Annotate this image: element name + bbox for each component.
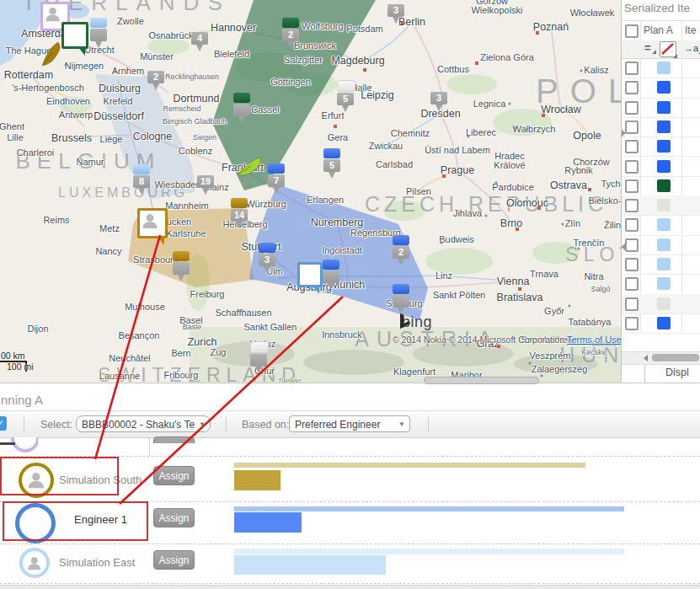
row-checkbox[interactable] — [625, 258, 639, 271]
serialized-item-row[interactable] — [622, 137, 700, 157]
map-pin-cluster[interactable]: 3 — [430, 92, 447, 111]
assign-button[interactable]: Assign — [153, 508, 195, 527]
terms-of-use-link[interactable]: Terms of Use — [567, 335, 621, 345]
row-checkbox[interactable] — [625, 101, 639, 115]
plan-color-swatch — [657, 81, 671, 94]
planning-panel-title: nning A — [1, 393, 43, 407]
map-city-label: Potsdam — [346, 24, 382, 34]
map-city-label: Leipzig — [361, 89, 394, 101]
pin-tail — [393, 17, 399, 24]
row-checkbox[interactable] — [625, 81, 639, 94]
map-pin-lightblue[interactable]: 8 — [133, 164, 150, 195]
splitter-right-arrow-icon[interactable] — [621, 129, 626, 137]
map-pin-gold[interactable]: 14 — [231, 198, 248, 228]
pin-count: 5 — [337, 93, 354, 105]
pin-cap — [173, 251, 190, 261]
toolbar-blue-icon[interactable]: ✓ — [0, 416, 7, 431]
pin-count: 2 — [393, 246, 409, 259]
filter-color-icon[interactable] — [660, 41, 676, 57]
serialized-item-row[interactable] — [622, 98, 700, 118]
filter-goto-icon[interactable]: →a — [684, 43, 698, 53]
map-pin-lightblue[interactable] — [90, 18, 107, 48]
serialized-item-row[interactable] — [622, 58, 700, 78]
map-pin-blue[interactable] — [393, 284, 409, 314]
map-city-dot — [65, 64, 67, 67]
map-pin-blue[interactable] — [323, 260, 339, 290]
map-pin-white[interactable]: 5 — [337, 80, 355, 112]
map-city-label: Cologne — [133, 131, 173, 142]
pin-tail — [202, 188, 209, 195]
row-checkbox[interactable] — [625, 277, 639, 291]
map-pin-gold[interactable] — [173, 251, 190, 281]
map-pin-cluster[interactable]: 19 — [197, 175, 214, 195]
person-icon — [43, 4, 62, 24]
row-checkbox[interactable] — [625, 317, 639, 330]
map-pin-white[interactable] — [250, 341, 269, 373]
serialized-item-row[interactable] — [622, 254, 700, 275]
territory-select-dropdown[interactable]: BBBB00002 - Shaku's Te ▼ — [76, 415, 211, 432]
row-checkbox[interactable] — [625, 238, 639, 252]
assign-button[interactable]: Assign — [153, 466, 195, 485]
serialized-item-row[interactable] — [622, 78, 700, 98]
serialized-item-row[interactable] — [622, 294, 700, 314]
column-header-item[interactable]: Ite — [685, 24, 696, 36]
map-pin-blue[interactable]: 5 — [323, 148, 340, 179]
map-city-label: Schaffhausen — [215, 308, 271, 318]
map-canvas[interactable]: THERLANDSBELGIUMLUXEMBOURGCZECH REPUBLIC… — [0, 0, 621, 383]
gantt-booking-bar[interactable] — [234, 512, 302, 533]
assign-button[interactable] — [153, 436, 195, 443]
map-city-label: Sankt Pölten — [433, 290, 485, 300]
panel-hscrollbar[interactable] — [622, 351, 700, 365]
map-pin-blue[interactable]: 7 — [268, 163, 285, 194]
map-pin-blue[interactable]: 2 — [393, 235, 409, 265]
serialized-item-row[interactable] — [622, 117, 700, 137]
quill-marker-icon[interactable] — [40, 40, 63, 67]
gantt-booking-bar[interactable] — [234, 555, 386, 575]
chevron-down-icon: ▼ — [398, 416, 405, 433]
gantt-booking-bar[interactable] — [234, 470, 281, 490]
pin-count: 2 — [147, 71, 164, 83]
row-checkbox[interactable] — [625, 179, 639, 193]
serialized-item-row[interactable] — [622, 176, 700, 196]
serialized-item-row[interactable] — [622, 235, 700, 255]
based-on-dropdown[interactable]: Preferred Engineer ▼ — [289, 415, 410, 432]
map-city-label: Charleroi — [17, 147, 55, 158]
map-pin-green[interactable] — [233, 93, 250, 123]
assign-button[interactable]: Assign — [153, 550, 195, 570]
map-pin-green[interactable]: 2 — [282, 18, 299, 48]
scroll-left-arrow-icon[interactable] — [644, 355, 648, 361]
row-checkbox[interactable] — [625, 160, 639, 174]
selected-marker-blue[interactable] — [297, 262, 323, 287]
map-city-label: Kalisz — [584, 65, 608, 75]
row-checkbox[interactable] — [625, 140, 639, 153]
map-hscrollbar-thumb[interactable] — [424, 377, 539, 384]
serialized-item-row[interactable] — [622, 274, 700, 294]
splitter-left-arrow-icon[interactable] — [621, 243, 626, 251]
serialized-item-row[interactable] — [622, 313, 700, 334]
selected-marker-green[interactable] — [61, 22, 88, 49]
serialized-item-row[interactable] — [622, 157, 700, 177]
select-all-checkbox[interactable] — [625, 24, 639, 38]
map-city-label: Carlsbad — [376, 159, 413, 169]
row-checkbox[interactable] — [625, 62, 639, 75]
map-pin-cluster[interactable]: 4 — [191, 32, 208, 51]
map-pin-cluster[interactable]: 2 — [147, 71, 164, 90]
row-checkbox[interactable] — [625, 297, 639, 311]
column-header-plan[interactable]: Plan A — [644, 24, 673, 36]
row-checkbox[interactable] — [625, 120, 639, 134]
map-city-dot — [114, 71, 116, 73]
serialized-item-row[interactable] — [622, 215, 700, 235]
scrollbar-thumb[interactable] — [652, 354, 699, 361]
map-pin-cluster[interactable]: 3 — [387, 4, 404, 24]
row-checkbox[interactable] — [625, 199, 639, 212]
toolbar-separator — [428, 417, 429, 431]
map-city-dot — [580, 70, 583, 72]
map-pin-blue[interactable]: 3 — [259, 243, 275, 273]
footer-divider — [644, 365, 645, 383]
serialized-item-row[interactable] — [622, 195, 700, 216]
row-checkbox[interactable] — [625, 218, 639, 232]
gantt-range-bar — [234, 506, 624, 511]
filter-equals-icon[interactable]: = — [644, 41, 651, 54]
map-city-label: Zalaegerszeg — [532, 364, 588, 374]
person-marker-gold[interactable] — [137, 208, 168, 238]
